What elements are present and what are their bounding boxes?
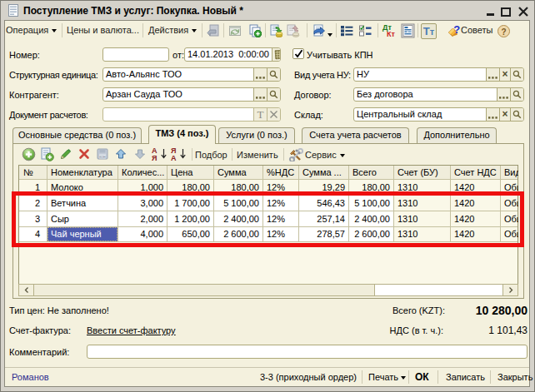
- svg-text:КОН: КОН: [99, 156, 106, 159]
- svg-text:?: ?: [501, 27, 506, 37]
- svg-text:?: ?: [453, 24, 460, 36]
